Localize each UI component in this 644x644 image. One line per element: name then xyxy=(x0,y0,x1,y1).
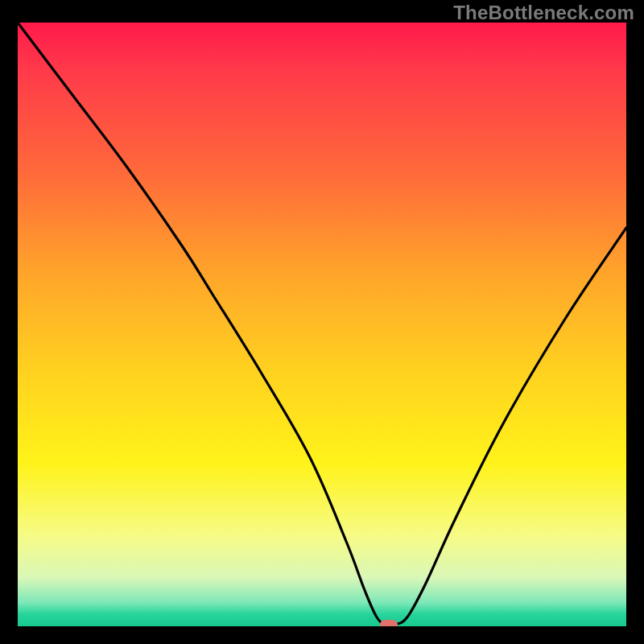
plot-area xyxy=(18,23,626,626)
watermark-text: TheBottleneck.com xyxy=(453,2,634,24)
optimal-marker xyxy=(380,620,398,626)
chart-frame: TheBottleneck.com xyxy=(0,0,644,644)
bottleneck-curve xyxy=(18,23,626,626)
